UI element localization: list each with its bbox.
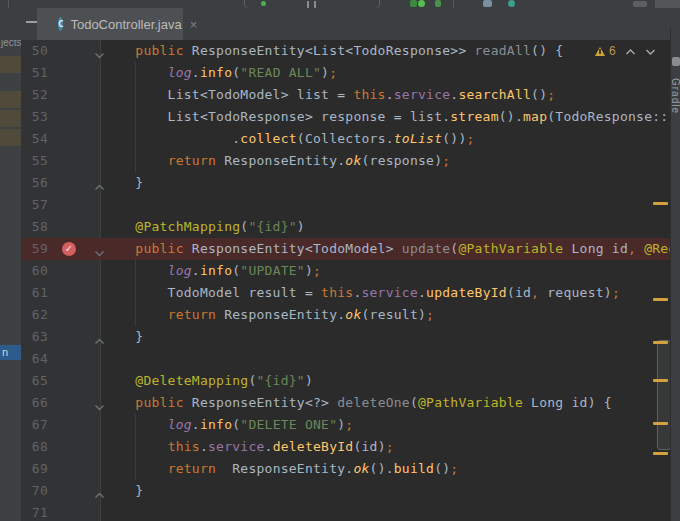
line-number[interactable]: 62 bbox=[21, 304, 48, 326]
code-line-52[interactable]: 52 List<TodoModel> list = this.service.s… bbox=[21, 84, 670, 106]
line-number[interactable]: 53 bbox=[21, 106, 48, 128]
line-number[interactable]: 56 bbox=[21, 172, 48, 194]
line-number[interactable]: 57 bbox=[21, 194, 48, 216]
line-number[interactable]: 71 bbox=[21, 502, 48, 521]
code-text[interactable]: List<TodoModel> list = this.service.sear… bbox=[21, 84, 670, 106]
tab-label: TodoController.java bbox=[70, 17, 181, 32]
code-line-57[interactable]: 57 bbox=[21, 194, 670, 216]
code-text[interactable]: return ResponseEntity.ok(result); bbox=[21, 304, 670, 326]
warning-stripe-mark[interactable] bbox=[653, 202, 668, 205]
code-line-66[interactable]: 66 public ResponseEntity<?> deleteOne(@P… bbox=[21, 392, 670, 414]
code-editor[interactable]: 50 public ResponseEntity<List<TodoRespon… bbox=[21, 40, 670, 521]
profiler-icon[interactable] bbox=[483, 0, 492, 7]
line-number[interactable]: 64 bbox=[21, 348, 48, 370]
code-text[interactable]: TodoModel result = this.service.updateBy… bbox=[21, 282, 670, 304]
code-text[interactable]: log.info("DELETE ONE"); bbox=[21, 414, 670, 436]
code-line-64[interactable]: 64 bbox=[21, 348, 670, 370]
code-text[interactable]: public ResponseEntity<List<TodoResponse>… bbox=[21, 40, 670, 62]
code-line-56[interactable]: 56 } bbox=[21, 172, 670, 194]
fold-marker-up-icon[interactable] bbox=[92, 486, 106, 496]
line-number[interactable]: 63 bbox=[21, 326, 48, 348]
code-line-65[interactable]: 65 @DeleteMapping("{id}") bbox=[21, 370, 670, 392]
previous-problem-icon[interactable] bbox=[625, 42, 636, 60]
line-number[interactable]: 61 bbox=[21, 282, 48, 304]
warning-stripe-mark[interactable] bbox=[653, 341, 668, 344]
run-icon[interactable] bbox=[410, 0, 417, 7]
fold-marker-down-icon[interactable] bbox=[92, 46, 106, 56]
warning-stripe-mark[interactable] bbox=[653, 422, 668, 425]
line-number[interactable]: 59 bbox=[21, 238, 48, 260]
line-number[interactable]: 55 bbox=[21, 150, 48, 172]
inspection-widget[interactable]: 6 bbox=[595, 42, 656, 60]
fold-marker-down-icon[interactable] bbox=[92, 244, 106, 254]
code-line-50[interactable]: 50 public ResponseEntity<List<TodoRespon… bbox=[21, 40, 670, 62]
gradle-icon[interactable] bbox=[672, 57, 680, 66]
warning-stripe-mark[interactable] bbox=[653, 298, 668, 301]
code-line-68[interactable]: 68 this.service.deleteById(id); bbox=[21, 436, 670, 458]
line-number[interactable]: 67 bbox=[21, 414, 48, 436]
code-line-51[interactable]: 51 log.info("READ ALL"); bbox=[21, 62, 670, 84]
project-selected-row[interactable]: n bbox=[0, 345, 21, 360]
code-text[interactable]: } bbox=[21, 480, 670, 502]
code-text[interactable]: public ResponseEntity<?> deleteOne(@Path… bbox=[21, 392, 670, 414]
line-number[interactable]: 50 bbox=[21, 40, 48, 62]
tab-close-icon[interactable]: × bbox=[190, 18, 198, 31]
project-row-highlight[interactable] bbox=[0, 110, 21, 127]
code-text[interactable]: return ResponseEntity.ok(response); bbox=[21, 150, 670, 172]
code-line-58[interactable]: 58 @PatchMapping("{id}") bbox=[21, 216, 670, 238]
code-text[interactable]: } bbox=[21, 172, 670, 194]
fold-marker-up-icon[interactable] bbox=[92, 178, 106, 188]
code-text[interactable]: log.info("READ ALL"); bbox=[21, 62, 670, 84]
code-line-61[interactable]: 61 TodoModel result = this.service.updat… bbox=[21, 282, 670, 304]
project-row-highlight[interactable] bbox=[0, 91, 21, 108]
indent-guide bbox=[135, 62, 136, 172]
breakpoint-icon[interactable]: ✓ bbox=[62, 242, 76, 256]
warning-stripe-mark[interactable] bbox=[653, 452, 668, 455]
code-line-60[interactable]: 60 log.info("UPDATE"); bbox=[21, 260, 670, 282]
code-text[interactable]: } bbox=[21, 326, 670, 348]
right-toolwindow-bar: Gradle bbox=[670, 28, 680, 521]
code-line-67[interactable]: 67 log.info("DELETE ONE"); bbox=[21, 414, 670, 436]
code-text[interactable]: this.service.deleteById(id); bbox=[21, 436, 670, 458]
line-number[interactable]: 52 bbox=[21, 84, 48, 106]
fold-marker-down-icon[interactable] bbox=[92, 398, 106, 408]
code-text[interactable]: log.info("UPDATE"); bbox=[21, 260, 670, 282]
warning-stripe-mark[interactable] bbox=[653, 379, 668, 382]
line-number[interactable]: 51 bbox=[21, 62, 48, 84]
code-text[interactable]: @DeleteMapping("{id}") bbox=[21, 370, 670, 392]
code-line-59[interactable]: 59✓ public ResponseEntity<TodoModel> upd… bbox=[21, 238, 670, 260]
next-problem-icon[interactable] bbox=[645, 42, 656, 60]
code-text[interactable]: @PatchMapping("{id}") bbox=[21, 216, 670, 238]
code-line-55[interactable]: 55 return ResponseEntity.ok(response); bbox=[21, 150, 670, 172]
line-number[interactable]: 70 bbox=[21, 480, 48, 502]
code-text[interactable]: List<TodoResponse> response = list.strea… bbox=[21, 106, 670, 128]
line-number[interactable]: 58 bbox=[21, 216, 48, 238]
fold-marker-up-icon[interactable] bbox=[92, 332, 106, 342]
code-line-53[interactable]: 53 List<TodoResponse> response = list.st… bbox=[21, 106, 670, 128]
project-row-highlight[interactable] bbox=[0, 129, 21, 146]
code-line-70[interactable]: 70 } bbox=[21, 480, 670, 502]
code-text[interactable]: public ResponseEntity<TodoModel> update(… bbox=[21, 238, 670, 260]
line-number[interactable]: 66 bbox=[21, 392, 48, 414]
editor-scrollbar-thumb[interactable] bbox=[657, 340, 670, 450]
line-number[interactable]: 60 bbox=[21, 260, 48, 282]
vcs-update-icon[interactable] bbox=[508, 0, 515, 7]
code-text[interactable]: return ResponseEntity.ok().build(); bbox=[21, 458, 670, 480]
gradle-toolwindow-button[interactable]: Gradle bbox=[670, 78, 680, 114]
coverage-icon[interactable] bbox=[435, 0, 441, 7]
code-line-54[interactable]: 54 .collect(Collectors.toList()); bbox=[21, 128, 670, 150]
line-number[interactable]: 69 bbox=[21, 458, 48, 480]
debug-icon[interactable] bbox=[418, 0, 425, 7]
code-line-69[interactable]: 69 return ResponseEntity.ok().build(); bbox=[21, 458, 670, 480]
line-number[interactable]: 54 bbox=[21, 128, 48, 150]
tab-todocontroller[interactable]: C TodoController.java × bbox=[37, 8, 183, 40]
project-row-highlight[interactable] bbox=[0, 56, 21, 73]
project-panel-sliver[interactable]: jectst n bbox=[0, 40, 22, 521]
code-line-62[interactable]: 62 return ResponseEntity.ok(result); bbox=[21, 304, 670, 326]
code-line-71[interactable]: 71 bbox=[21, 502, 670, 521]
line-number[interactable]: 65 bbox=[21, 370, 48, 392]
search-everywhere-icon[interactable] bbox=[633, 1, 647, 7]
line-number[interactable]: 68 bbox=[21, 436, 48, 458]
code-line-63[interactable]: 63 } bbox=[21, 326, 670, 348]
code-text[interactable]: .collect(Collectors.toList()); bbox=[21, 128, 670, 150]
